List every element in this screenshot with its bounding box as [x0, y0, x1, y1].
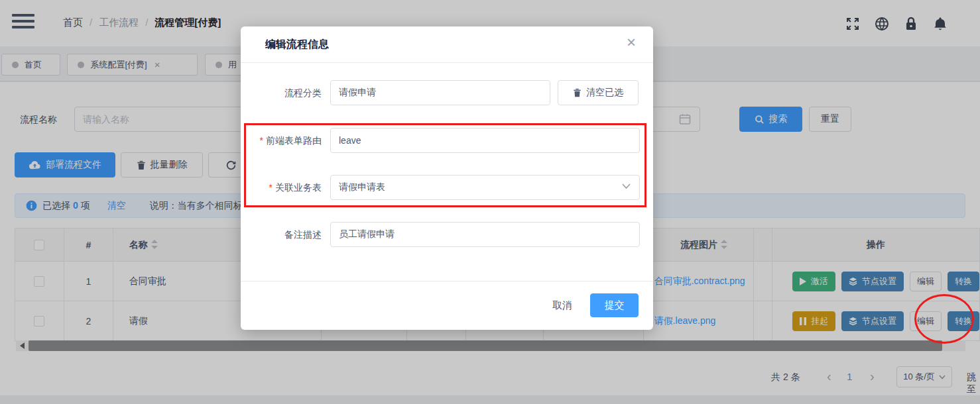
- category-input[interactable]: [330, 80, 550, 105]
- route-input[interactable]: [330, 128, 640, 153]
- trash-icon: [573, 88, 582, 97]
- remark-input[interactable]: [330, 222, 640, 247]
- dialog-title: 编辑流程信息: [265, 38, 329, 52]
- edit-process-dialog: 编辑流程信息 × 流程分类 清空已选 *前端表单路由 *关联业务表 请假申请表 …: [241, 26, 653, 330]
- process-management-page: 首页/工作流程/流程管理[付费]: [0, 0, 980, 404]
- biz-table-label: *关联业务表: [241, 182, 322, 194]
- cancel-button[interactable]: 取消: [542, 293, 582, 317]
- close-icon[interactable]: ×: [627, 34, 636, 50]
- remark-label: 备注描述: [241, 229, 322, 241]
- biz-table-select[interactable]: 请假申请表: [330, 175, 640, 200]
- chevron-down-icon: [622, 183, 631, 189]
- clear-selected-button[interactable]: 清空已选: [558, 80, 639, 105]
- submit-button[interactable]: 提交: [590, 293, 639, 317]
- route-label: *前端表单路由: [241, 135, 322, 147]
- category-label: 流程分类: [241, 87, 322, 99]
